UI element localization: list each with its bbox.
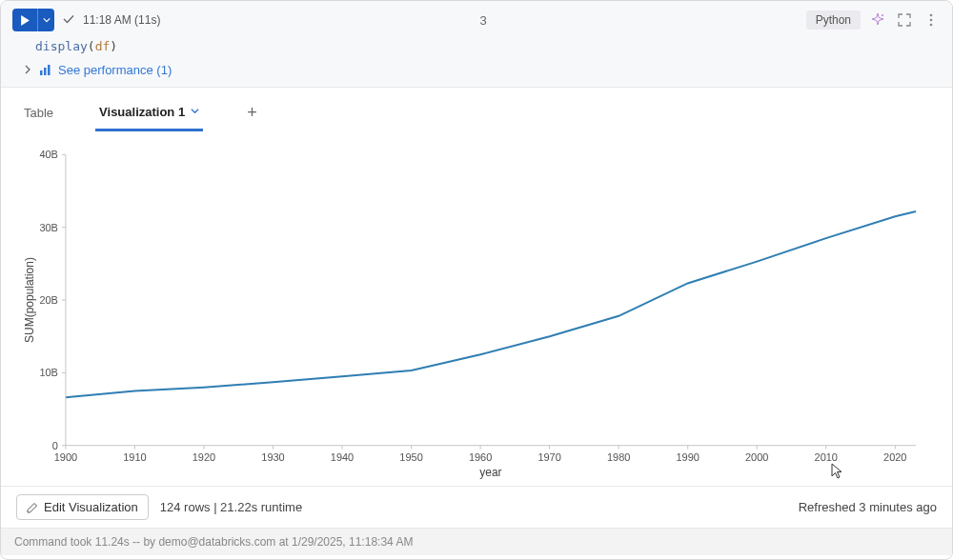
svg-text:10B: 10B — [39, 367, 58, 378]
code-argument: df — [95, 39, 111, 53]
pencil-icon — [27, 502, 38, 513]
svg-text:1950: 1950 — [399, 451, 422, 463]
x-axis-title: year — [479, 466, 501, 479]
svg-text:1900: 1900 — [54, 451, 77, 463]
output-tabs: Table Visualization 1 + — [1, 95, 952, 131]
svg-point-2 — [930, 19, 933, 22]
language-badge[interactable]: Python — [806, 10, 861, 30]
chart-container: 010B20B30B40B 19001910192019301940195019… — [1, 131, 952, 486]
svg-text:1960: 1960 — [469, 451, 492, 463]
svg-text:2020: 2020 — [883, 451, 906, 463]
svg-rect-4 — [40, 70, 43, 75]
run-dropdown[interactable] — [37, 9, 54, 31]
rows-runtime-info: 124 rows | 21.22s runtime — [160, 500, 302, 514]
svg-text:1980: 1980 — [607, 451, 630, 463]
tab-visualization-1[interactable]: Visualization 1 — [95, 95, 203, 131]
y-axis: 010B20B30B40B — [39, 149, 66, 450]
execution-time: 11:18 AM (11s) — [83, 13, 160, 27]
edit-viz-label: Edit Visualization — [44, 500, 138, 514]
run-button[interactable] — [12, 9, 37, 31]
code-function: display — [35, 39, 88, 53]
svg-point-0 — [882, 14, 883, 16]
svg-text:0: 0 — [52, 440, 58, 451]
bar-chart-icon — [39, 65, 52, 76]
edit-visualization-button[interactable]: Edit Visualization — [16, 494, 149, 520]
cell-number: 3 — [168, 13, 798, 28]
svg-text:1930: 1930 — [261, 451, 284, 463]
performance-row: See performance (1) — [1, 57, 952, 88]
success-check-icon — [62, 12, 75, 29]
viz-footer: Edit Visualization 124 rows | 21.22s run… — [1, 486, 952, 528]
refreshed-time: Refreshed 3 minutes ago — [799, 500, 937, 514]
performance-link-text: See performance (1) — [58, 63, 172, 77]
svg-rect-5 — [44, 68, 47, 75]
svg-text:1940: 1940 — [331, 451, 354, 463]
svg-text:30B: 30B — [39, 222, 58, 233]
y-axis-title: SUM(population) — [23, 257, 36, 343]
svg-text:2000: 2000 — [745, 451, 768, 463]
x-axis: 1900191019201930194019501960197019801990… — [54, 446, 907, 463]
svg-text:40B: 40B — [39, 149, 58, 160]
more-menu-icon[interactable] — [922, 10, 941, 30]
svg-text:1920: 1920 — [193, 451, 215, 463]
add-tab-button[interactable]: + — [241, 97, 263, 129]
svg-point-1 — [930, 14, 933, 17]
code-cell[interactable]: display(df) — [1, 35, 952, 57]
expand-icon[interactable] — [895, 10, 914, 30]
svg-text:1970: 1970 — [537, 451, 560, 463]
svg-text:20B: 20B — [39, 294, 58, 306]
svg-rect-6 — [48, 65, 51, 75]
run-button-group — [12, 9, 54, 31]
population-line — [66, 211, 916, 397]
assistant-sparkle-icon[interactable] — [868, 10, 887, 30]
expand-chevron-icon[interactable] — [24, 65, 31, 76]
chevron-down-icon — [191, 107, 199, 117]
play-icon — [20, 15, 30, 26]
tab-table[interactable]: Table — [20, 96, 57, 130]
see-performance-link[interactable]: See performance (1) — [39, 63, 172, 77]
svg-text:1990: 1990 — [676, 451, 699, 463]
line-chart[interactable]: 010B20B30B40B 19001910192019301940195019… — [20, 141, 933, 486]
svg-text:2010: 2010 — [815, 451, 838, 463]
svg-text:1910: 1910 — [123, 451, 146, 463]
chevron-down-icon — [43, 16, 51, 24]
status-bar: Command took 11.24s -- by demo@databrick… — [1, 528, 952, 555]
svg-point-3 — [930, 24, 933, 27]
cell-header: 11:18 AM (11s) 3 Python — [1, 1, 952, 35]
tab-viz-label: Visualization 1 — [99, 105, 185, 119]
